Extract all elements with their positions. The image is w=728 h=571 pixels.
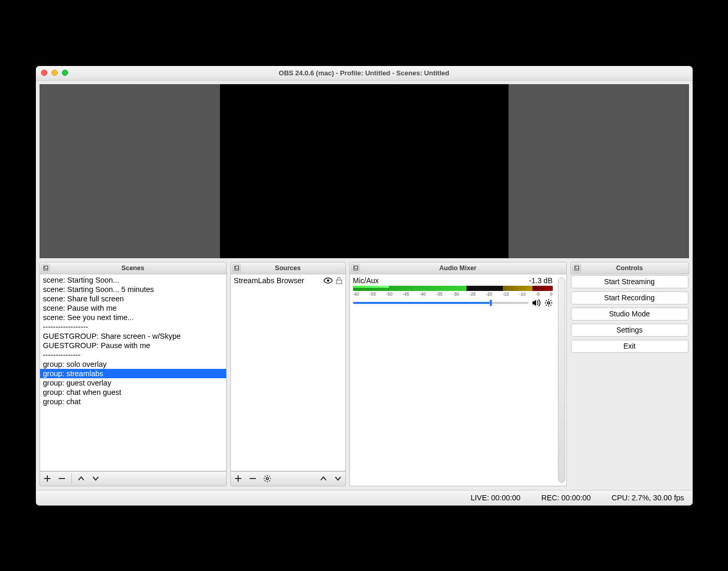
- scene-item[interactable]: group: solo overlay: [40, 360, 226, 369]
- status-rec: REC: 00:00:00: [541, 494, 591, 502]
- studio-mode-button[interactable]: Studio Mode: [571, 308, 688, 321]
- volume-slider[interactable]: [353, 302, 529, 304]
- svg-rect-7: [354, 266, 358, 270]
- audio-tick: -20: [486, 291, 492, 297]
- gear-icon: [263, 474, 271, 483]
- audio-tick: -25: [470, 291, 476, 297]
- audio-mixer-panel: Audio Mixer Mic/Aux -1.3 dB -60-55-50-45…: [349, 262, 567, 486]
- audio-tick: -55: [370, 291, 376, 297]
- window-title: OBS 24.0.6 (mac) - Profile: Untitled - S…: [36, 69, 693, 77]
- scene-item[interactable]: group: guest overlay: [40, 378, 226, 388]
- chevron-up-icon: [77, 476, 85, 481]
- sources-move-up-button[interactable]: [316, 471, 331, 486]
- controls-header: Controls: [570, 262, 689, 274]
- settings-button[interactable]: Settings: [571, 324, 688, 337]
- audio-scrollbar[interactable]: [558, 277, 565, 483]
- scenes-add-button[interactable]: [40, 471, 55, 486]
- scenes-move-up-button[interactable]: [74, 471, 88, 486]
- scene-item[interactable]: ------------------: [40, 322, 226, 331]
- scene-item[interactable]: scene: Pause with me: [40, 303, 226, 313]
- scene-item[interactable]: scene: Share full screen: [40, 294, 226, 303]
- start-recording-button[interactable]: Start Recording: [571, 291, 688, 304]
- eye-icon[interactable]: [323, 277, 333, 284]
- sources-add-button[interactable]: [231, 471, 245, 486]
- sources-header: Sources: [230, 262, 346, 274]
- audio-tick: -45: [403, 291, 409, 297]
- audio-popout-button[interactable]: [352, 264, 360, 272]
- audio-track-name: Mic/Aux: [353, 276, 379, 285]
- scene-item[interactable]: GUESTGROUP: Share screen - w/Skype: [40, 331, 226, 341]
- preview-area: [40, 84, 689, 258]
- chevron-down-icon: [334, 476, 342, 481]
- audio-tick: -50: [386, 291, 393, 297]
- minus-icon: [249, 475, 256, 482]
- sources-properties-button[interactable]: [260, 471, 275, 486]
- audio-tick: -40: [420, 291, 426, 297]
- scenes-remove-button[interactable]: [55, 471, 69, 486]
- scenes-toolbar: [40, 471, 227, 486]
- popout-icon: [574, 265, 579, 271]
- scene-item[interactable]: ---------------: [40, 350, 226, 360]
- gear-icon: [544, 299, 553, 307]
- scenes-move-down-button[interactable]: [88, 471, 103, 486]
- scene-item[interactable]: scene: See you next time...: [40, 313, 226, 322]
- plus-icon: [235, 475, 242, 482]
- speaker-icon[interactable]: [532, 299, 541, 307]
- scene-item[interactable]: scene: Starting Soon...: [40, 275, 226, 285]
- scene-item[interactable]: scene: Starting Soon... 5 minutes: [40, 285, 226, 294]
- start-streaming-button[interactable]: Start Streaming: [571, 275, 688, 288]
- sources-title: Sources: [275, 264, 301, 272]
- scene-item[interactable]: group: chat: [40, 397, 226, 406]
- scene-item[interactable]: group: chat when guest: [40, 388, 226, 397]
- scenes-list[interactable]: scene: Starting Soon...scene: Starting S…: [40, 274, 226, 407]
- svg-rect-10: [575, 266, 579, 270]
- audio-tick: -15: [503, 291, 509, 297]
- popout-icon: [234, 265, 239, 271]
- sources-popout-button[interactable]: [232, 264, 241, 272]
- controls-panel: Controls Start Streaming Start Recording…: [570, 262, 689, 486]
- titlebar: OBS 24.0.6 (mac) - Profile: Untitled - S…: [36, 66, 693, 81]
- lock-icon[interactable]: [336, 277, 342, 284]
- svg-rect-0: [44, 266, 48, 270]
- scenes-popout-button[interactable]: [42, 264, 50, 272]
- minus-icon: [58, 475, 66, 482]
- audio-tick: -60: [353, 291, 359, 297]
- chevron-up-icon: [320, 476, 327, 481]
- source-label: StreamLabs Browser: [234, 276, 320, 285]
- svg-point-4: [327, 279, 329, 282]
- chevron-down-icon: [92, 476, 99, 481]
- audio-body: Mic/Aux -1.3 dB -60-55-50-45-40-35-30-25…: [349, 274, 567, 486]
- audio-tick: -35: [436, 291, 443, 297]
- svg-rect-2: [235, 266, 239, 270]
- audio-tick: 0: [550, 291, 553, 297]
- scenes-header: Scenes: [40, 262, 227, 274]
- audio-track: Mic/Aux -1.3 dB -60-55-50-45-40-35-30-25…: [353, 276, 563, 307]
- scene-item[interactable]: GUESTGROUP: Pause with me: [40, 341, 226, 350]
- scene-item[interactable]: group: streamlabs: [40, 369, 226, 378]
- sources-list[interactable]: StreamLabs Browser: [230, 274, 346, 471]
- popout-icon: [353, 265, 358, 271]
- sources-move-down-button[interactable]: [331, 471, 345, 486]
- sources-toolbar: [230, 471, 346, 486]
- source-item[interactable]: StreamLabs Browser: [231, 274, 345, 287]
- status-bar: LIVE: 00:00:00 REC: 00:00:00 CPU: 2.7%, …: [36, 490, 693, 506]
- plus-icon: [44, 475, 51, 482]
- preview-canvas[interactable]: [220, 84, 509, 258]
- sources-remove-button[interactable]: [245, 471, 260, 486]
- audio-settings-button[interactable]: [544, 299, 553, 307]
- controls-title: Controls: [616, 264, 643, 272]
- svg-point-9: [547, 301, 549, 303]
- exit-button[interactable]: Exit: [571, 340, 688, 353]
- status-live: LIVE: 00:00:00: [471, 494, 521, 502]
- audio-meter: [353, 286, 553, 291]
- status-cpu: CPU: 2.7%, 30.00 fps: [612, 494, 684, 502]
- audio-header: Audio Mixer: [349, 262, 567, 274]
- audio-track-db: -1.3 dB: [529, 276, 552, 285]
- svg-point-6: [266, 477, 268, 480]
- audio-tick: -10: [519, 291, 526, 297]
- popout-icon: [43, 265, 48, 271]
- controls-popout-button[interactable]: [573, 264, 581, 272]
- scenes-panel: Scenes scene: Starting Soon...scene: Sta…: [40, 262, 227, 486]
- svg-rect-5: [336, 280, 342, 284]
- audio-ticks: -60-55-50-45-40-35-30-25-20-15-10-50: [353, 291, 553, 297]
